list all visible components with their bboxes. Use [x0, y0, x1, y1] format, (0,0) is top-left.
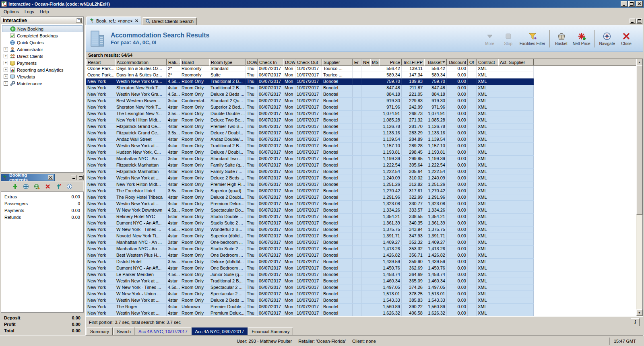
result-row[interactable]: New YorkWestin New York at ...4starRoom … [86, 310, 534, 316]
maximize-button[interactable] [628, 1, 635, 7]
scroll-up-button[interactable]: ▲ [636, 59, 642, 65]
column-header-ms[interactable]: MS [370, 59, 379, 66]
mdi-restore-button[interactable] [636, 19, 642, 24]
result-row[interactable]: Ozone Park...Days Inn & Suites Oz...2*Ro… [86, 66, 534, 72]
result-row[interactable]: New YorkThe Roger4starUnknownPremier Dou… [86, 304, 534, 310]
result-row[interactable]: New YorkManhattan NYC - An ...3starRoom … [86, 156, 534, 162]
result-row[interactable]: New YorkWestin New York at ...4starRoom … [86, 175, 534, 181]
toolbar-button-navigate[interactable]: Navigate [597, 31, 617, 46]
result-row[interactable]: New YorkWestin New York at ...4starRoom … [86, 278, 534, 284]
result-row[interactable]: New YorkHudson New York, C...4starRoom O… [86, 149, 534, 156]
column-header-board[interactable]: Board [180, 59, 209, 66]
minimize-button[interactable] [621, 1, 627, 7]
expand-plus-icon[interactable]: + [4, 54, 8, 58]
column-header-discount[interactable]: Discount [447, 59, 468, 66]
result-row[interactable]: New YorkThe Lexington New Y...3.5s...Roo… [86, 111, 534, 117]
result-row[interactable]: New YorkNew York Hilton Midt...4starRoom… [86, 181, 534, 188]
column-header-basket[interactable]: Basket [424, 59, 447, 66]
result-row[interactable]: New YorkNovotel New York Ti...4starRoom … [86, 233, 534, 239]
result-row[interactable]: New YorkManhattan NYC - An ...3starRoom … [86, 246, 534, 252]
toolbar-button-more[interactable]: More [481, 31, 499, 46]
booking-tool-globe-search[interactable] [33, 183, 40, 190]
column-header-dow[interactable]: DOW [246, 59, 258, 66]
result-row[interactable]: New YorkAndaz Wall Street4starRoom OnlyA… [86, 136, 534, 143]
booking-tool-globe[interactable] [23, 183, 29, 190]
booking-contents-close-button[interactable] [48, 175, 53, 180]
mdi-minimize-button[interactable] [630, 19, 636, 24]
sidebar-item-administrator[interactable]: +Administrator [2, 46, 83, 53]
close-window-button[interactable] [636, 1, 643, 7]
bottom-tab-summary[interactable]: Summary [87, 327, 113, 335]
booking-contents-maximize-button[interactable] [78, 175, 84, 180]
bottom-tab-search[interactable]: Search [113, 327, 134, 335]
column-header-er[interactable]: Er [353, 59, 361, 66]
vertical-scrollbar[interactable]: ▲ ▼ [636, 59, 642, 316]
booking-tool-info[interactable] [66, 183, 73, 190]
sidebar-item-new-booking[interactable]: New Booking [2, 25, 83, 32]
column-header-rati[interactable]: Rati... [167, 59, 180, 66]
result-row[interactable]: New YorkFitzpatrick Grand Ce...4starRoom… [86, 124, 534, 130]
expand-plus-icon[interactable]: + [4, 68, 8, 72]
scroll-down-button[interactable]: ▼ [636, 309, 642, 316]
result-row[interactable]: New YorkLe Parker Meridien4.5s...Room On… [86, 272, 534, 278]
toolbar-button-close[interactable]: Close [617, 31, 636, 46]
column-header-contract[interactable]: Contract [477, 59, 498, 66]
toolbar-button-nett-price[interactable]: Nett Price [571, 31, 592, 46]
booking-contents-minimize-button[interactable] [71, 175, 77, 180]
result-row[interactable]: New YorkFitzpatrick Manhattan4starRoom O… [86, 162, 534, 169]
result-row[interactable]: New YorkFitzpatrick Manhattan4starRoom O… [86, 169, 534, 175]
booking-item-payments[interactable]: Payments0.00 [1, 207, 83, 214]
bottom-tab-acc-4a-nyc-06-07-2017[interactable]: Acc 4A NYC; 06/07/2017 [192, 327, 248, 335]
result-row[interactable]: New YorkW New York - Times ...4.5s...Roo… [86, 227, 534, 233]
column-header-room-type[interactable]: Room type [209, 59, 246, 66]
tab-direct-clients-search[interactable]: Direct Clients Search [142, 17, 197, 25]
result-row[interactable]: New YorkSheraton New York T...4starRoom … [86, 104, 534, 111]
panel-collapse-button[interactable] [76, 18, 82, 23]
sidebar-item-payments[interactable]: +Payments [2, 60, 83, 66]
menu-logs[interactable]: Logs [22, 8, 37, 15]
bottom-tab-financial-summary[interactable]: Financial Summary [248, 327, 293, 335]
sidebar-item-viewdata[interactable]: +Viewdata [2, 73, 83, 80]
result-row[interactable]: New YorkWestin New York Gra...4.5s...Roo… [86, 78, 534, 85]
column-header-dow[interactable]: DOW [283, 59, 295, 66]
booking-tool-upload[interactable] [55, 183, 62, 190]
column-header-supplier[interactable]: Supplier [322, 59, 353, 66]
toolbar-button-facilities-filter[interactable]: Facilities Filter [518, 31, 547, 46]
booking-item-refunds[interactable]: Refunds0.00 [1, 214, 83, 220]
booking-item-extras[interactable]: Extras0.00 [1, 193, 83, 200]
result-row[interactable]: New YorkFitzpatrick Grand Ce...3.5s...Ro… [86, 130, 534, 136]
column-header-incl-fl-pp[interactable]: Incl.Fl.PP [402, 59, 424, 66]
bottom-tab-acc-4a-nyc-10-07-2017[interactable]: Acc 4A NYC; 10/07/2017 [135, 327, 191, 335]
column-header-price[interactable]: Price [379, 59, 402, 66]
tab-book-ref[interactable]: Book. ref.: <none> [86, 16, 141, 25]
sidebar-item-completed-bookings[interactable]: Completed Bookings [2, 32, 83, 39]
menu-options[interactable]: Options [1, 8, 22, 15]
booking-item-passengers[interactable]: Passengers0 [1, 200, 83, 207]
scrollbar-thumb[interactable] [636, 65, 642, 215]
toolbar-button-basket[interactable]: Basket [552, 31, 571, 46]
result-row[interactable]: New YorkThe Roxy Hotel Tribeca4starRoom … [86, 194, 534, 201]
column-header-nr[interactable]: NR [361, 59, 370, 66]
info-button[interactable]: i [631, 318, 640, 326]
tab-close-button[interactable] [135, 19, 138, 22]
result-row[interactable]: New YorkW New York - Times ...4.5s...Roo… [86, 284, 534, 291]
result-row[interactable]: New YorkNew York Hilton Midt...4starRoom… [86, 117, 534, 124]
booking-tool-delete[interactable] [44, 183, 51, 190]
result-row[interactable]: New YorkBest Western Plus H...4starRoom … [86, 252, 534, 259]
result-row[interactable]: Ozone Park...Days Inn & Suites Oz...2*Ro… [86, 72, 534, 78]
booking-tool-add[interactable] [12, 183, 19, 190]
column-header-check-out[interactable]: Check Out [295, 59, 322, 66]
result-row[interactable]: New YorkWestin New York Gra...4.5s...Roo… [86, 91, 534, 98]
result-row[interactable]: New YorkThe Excelsior Hotel3.5s...Room O… [86, 188, 534, 194]
result-row[interactable]: New YorkBest Western Bower...3starContin… [86, 98, 534, 104]
toolbar-button-stop[interactable]: Stop [499, 31, 518, 46]
result-row[interactable]: New YorkW New York - Union ...4starRoom … [86, 291, 534, 297]
result-row[interactable]: New YorkW New York Downtown4.5s...Room O… [86, 207, 534, 214]
result-row[interactable]: New YorkDumont NYC - An Aff...4starRoom … [86, 265, 534, 272]
sidebar-item-maintenance[interactable]: +Maintenance [2, 80, 83, 87]
booking-contents-caption[interactable]: Booking contents [1, 174, 55, 181]
scrollbar-track[interactable] [636, 215, 642, 309]
sidebar-item-direct-clients[interactable]: +Direct Clients [2, 53, 83, 60]
result-row[interactable]: New YorkWestin New York at ...4starRoom … [86, 143, 534, 149]
result-row[interactable]: New YorkSheraton New York T...4starRoom … [86, 85, 534, 91]
